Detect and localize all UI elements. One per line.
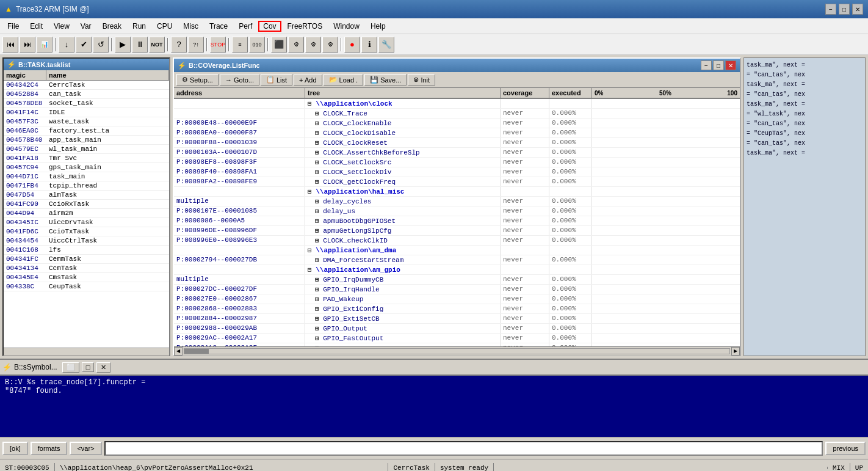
cov-table-row[interactable]: ⊟ \\application\hal_misc	[174, 187, 740, 197]
toolbar-btn-play[interactable]: ▶	[115, 37, 131, 53]
cov-table-row[interactable]: ⊟ \\application\am_dma	[174, 246, 740, 255]
cov-table-row[interactable]: P:00002868--00002883 ⊞ GPIO_ExtiConfig n…	[174, 304, 740, 314]
menu-trace[interactable]: Trace	[204, 21, 233, 32]
cov-table-row[interactable]: P:0000103A--0000107D ⊞ CLOCK_AssertChkBe…	[174, 148, 740, 158]
cov-table-row[interactable]: P:00898FA2--00898FE9 ⊞ CLOCK_getClockFre…	[174, 177, 740, 187]
menu-freertos[interactable]: FreeRTOS	[283, 21, 328, 32]
symbol-btn-2[interactable]: □	[82, 362, 95, 372]
task-row[interactable]: 004341FC CemmTask	[4, 255, 169, 264]
task-row[interactable]: 0044D71C task_main	[4, 172, 169, 181]
menu-perf[interactable]: Perf	[234, 21, 257, 32]
task-row[interactable]: 0041FD6C CcioTxTask	[4, 227, 169, 236]
toolbar-btn-gear2[interactable]: ⚙	[305, 37, 321, 53]
toolbar-btn-list[interactable]: ≡	[232, 37, 248, 53]
menu-break[interactable]: Break	[98, 21, 126, 32]
minimize-button[interactable]: −	[825, 4, 836, 15]
task-row[interactable]: 004338C CeupTask	[4, 282, 169, 291]
menu-misc[interactable]: Misc	[178, 21, 203, 32]
toolbar-btn-info[interactable]: ℹ	[361, 37, 377, 53]
menu-run[interactable]: Run	[128, 21, 151, 32]
toolbar-btn-not[interactable]: NOT	[149, 37, 165, 53]
cov-table-row[interactable]: P:00002988--000029AB ⊞ GPIO_Output never…	[174, 324, 740, 334]
cov-table-row[interactable]: ⊟ \\application\am_gpio	[174, 265, 740, 275]
formats-button[interactable]: formats	[31, 442, 68, 455]
menu-var[interactable]: Var	[76, 21, 96, 32]
task-row[interactable]: 004578B40 app_task_main	[4, 136, 169, 145]
menu-window[interactable]: Window	[328, 21, 364, 32]
task-row[interactable]: 0047D54 almTask	[4, 191, 169, 200]
task-row[interactable]: 0044D94 airm2m	[4, 209, 169, 218]
command-input[interactable]	[104, 441, 823, 456]
goto-button[interactable]: → Goto...	[220, 75, 259, 86]
task-scrollbar-h[interactable]	[4, 348, 169, 355]
cov-maximize-btn[interactable]: □	[713, 60, 724, 70]
task-row[interactable]: 00434454 UiccCtrlTask	[4, 236, 169, 246]
task-row[interactable]: 00434134 CcmTask	[4, 264, 169, 273]
task-row[interactable]: 00457F3C waste_task	[4, 117, 169, 126]
init-button[interactable]: ⊗ Init	[408, 74, 435, 86]
toolbar-btn-q2[interactable]: ?↑	[188, 37, 204, 53]
task-list-body[interactable]: 004342C4 CerrcTask 00452884 can_task 004…	[4, 81, 169, 348]
toolbar-btn-check[interactable]: ✔	[76, 37, 92, 53]
task-row[interactable]: 004345IC UiccDrvTask	[4, 218, 169, 227]
task-row[interactable]: 00457C94 gps_task_main	[4, 163, 169, 172]
cov-minimize-btn[interactable]: −	[701, 60, 712, 70]
task-row[interactable]: 0041F14C IDLE	[4, 108, 169, 117]
menu-help[interactable]: Help	[366, 21, 391, 32]
toolbar-btn-2[interactable]: ⏭	[20, 37, 35, 53]
cov-table-row[interactable]: P:000027DC--000027DF ⊞ GPIO_IrqHandle ne…	[174, 285, 740, 294]
toolbar-btn-1[interactable]: ⏮	[2, 37, 18, 53]
cov-table-row[interactable]: P:00002884--00002987 ⊞ GPIO_ExtiSetCB ne…	[174, 314, 740, 324]
close-button[interactable]: ✕	[852, 4, 863, 15]
task-row[interactable]: 0041FA18 Tmr Svc	[4, 154, 169, 163]
toolbar-btn-wrench[interactable]: 🔧	[378, 37, 394, 53]
cov-table-row[interactable]: P:00898EF8--00898F3F ⊞ CLOCK_setClockSrc…	[174, 158, 740, 167]
task-row[interactable]: 00471FB4 tcpip_thread	[4, 181, 169, 191]
menu-file[interactable]: File	[2, 21, 24, 32]
toolbar-btn-010[interactable]: 010	[249, 37, 265, 53]
var-button[interactable]: <var>	[70, 442, 101, 455]
cov-table-row[interactable]: P:008996E0--008996E3 ⊞ CLOCK_checkClkID …	[174, 236, 740, 246]
menu-view[interactable]: View	[49, 21, 74, 32]
setup-button[interactable]: ⚙ Setup...	[176, 74, 219, 86]
cov-table-row[interactable]: ⊟ \\application\clock	[174, 99, 740, 109]
list-button[interactable]: 📋 List	[261, 74, 292, 86]
task-row[interactable]: 004342C4 CerrcTask	[4, 81, 169, 90]
previous-button[interactable]: previous	[825, 442, 866, 455]
cov-table-row[interactable]: multiple ⊞ GPIO_IrqDummyCB never 0.000%	[174, 275, 740, 285]
cov-table-row[interactable]: ⊞ CLOCK_Trace never 0.000%	[174, 109, 740, 119]
ok-button[interactable]: [ok]	[2, 442, 28, 455]
toolbar-btn-q1[interactable]: ?	[171, 37, 187, 53]
toolbar-btn-3[interactable]: 📊	[37, 37, 52, 53]
cov-table-row[interactable]: multiple ⊞ delay_cycles never 0.000%	[174, 197, 740, 206]
cov-table-row[interactable]: P:00000EA0--00000F87 ⊞ CLOCK_clockDisabl…	[174, 128, 740, 138]
task-row[interactable]: 0041FC90 CcioRxTask	[4, 200, 169, 209]
task-row[interactable]: 004345E4 CmsTask	[4, 273, 169, 282]
maximize-button[interactable]: □	[839, 4, 850, 15]
cov-table-body[interactable]: ⊟ \\application\clock ⊞ CLOCK_Trace neve…	[174, 99, 740, 346]
cov-table-row[interactable]: P:008996DE--008996DF ⊞ apmuGetLongSlpCfg…	[174, 226, 740, 236]
cov-table-row[interactable]: P:00898F40--00898FA1 ⊞ CLOCK_setClockDiv…	[174, 167, 740, 177]
toolbar-btn-gear3[interactable]: ⚙	[322, 37, 338, 53]
cov-table-row[interactable]: P:0000086--0000A5 ⊞ apmuBootDbgGPIOSet n…	[174, 216, 740, 226]
cov-table-row[interactable]: P:000027E0--00002867 ⊞ PAD_Wakeup never …	[174, 294, 740, 304]
cov-table-row[interactable]: P:00000E48--00000E9F ⊞ CLOCK_clockEnable…	[174, 119, 740, 128]
cov-table-row[interactable]: P:00000F88--00001039 ⊞ CLOCK_clockReset …	[174, 138, 740, 148]
menu-cov[interactable]: Cov	[258, 21, 281, 32]
symbol-btn-close[interactable]: ✕	[96, 362, 110, 373]
task-row[interactable]: 004578DE8 socket_task	[4, 99, 169, 108]
add-button[interactable]: + Add	[294, 75, 322, 86]
save-button[interactable]: 💾 Save...	[364, 74, 407, 86]
menu-edit[interactable]: Edit	[25, 21, 48, 32]
cov-table-row[interactable]: P:00002794--000027DB ⊞ DMA_ForceStartStr…	[174, 255, 740, 265]
symbol-btn-1[interactable]: ⬜	[62, 362, 79, 373]
menu-cpu[interactable]: CPU	[152, 21, 177, 32]
task-row[interactable]: 00452884 can_task	[4, 90, 169, 99]
toolbar-btn-box[interactable]: ⬛	[271, 37, 287, 53]
task-row[interactable]: 004579EC wl_task_main	[4, 145, 169, 154]
cov-close-btn[interactable]: ✕	[725, 60, 736, 70]
toolbar-btn-refresh[interactable]: ↺	[93, 37, 109, 53]
cov-table-row[interactable]: P:0000107E--00001085 ⊞ delay_us never 0.…	[174, 206, 740, 216]
cov-scrollbar-h[interactable]: ◀ ▶	[174, 346, 740, 355]
task-row[interactable]: 0046EA0C factory_test_ta	[4, 126, 169, 136]
